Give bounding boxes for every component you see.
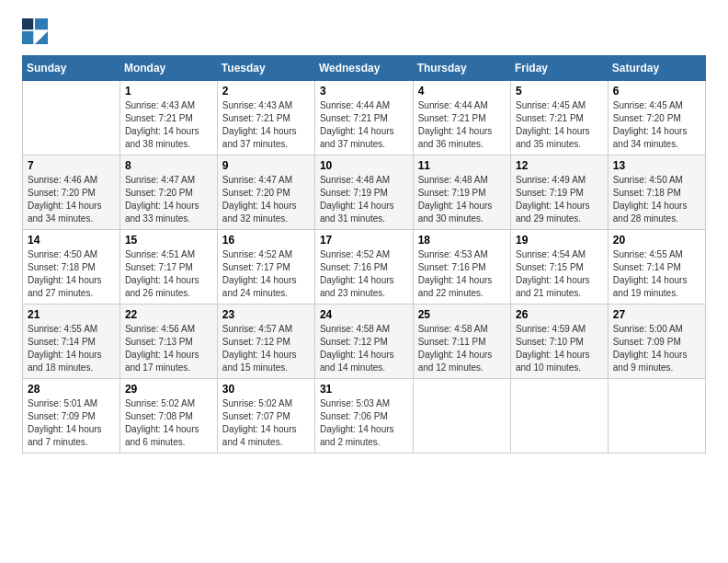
calendar-cell: 12Sunrise: 4:49 AMSunset: 7:19 PMDayligh… bbox=[510, 155, 608, 230]
sunrise-text: Sunrise: 5:00 AM bbox=[613, 324, 683, 334]
day-info: Sunrise: 4:56 AMSunset: 7:13 PMDaylight:… bbox=[125, 323, 212, 374]
day-number: 4 bbox=[418, 85, 506, 98]
calendar-body: 1Sunrise: 4:43 AMSunset: 7:21 PMDaylight… bbox=[23, 81, 706, 454]
sunrise-text: Sunrise: 4:44 AM bbox=[418, 100, 488, 110]
calendar-cell: 14Sunrise: 4:50 AMSunset: 7:18 PMDayligh… bbox=[23, 230, 120, 304]
calendar-cell: 18Sunrise: 4:53 AMSunset: 7:16 PMDayligh… bbox=[413, 230, 510, 304]
page-header bbox=[22, 18, 706, 44]
sunset-text: Sunset: 7:15 PM bbox=[516, 262, 584, 272]
sunset-text: Sunset: 7:19 PM bbox=[320, 188, 388, 198]
weekday-saturday: Saturday bbox=[608, 56, 705, 81]
daylight-text: Daylight: 14 hours and 18 minutes. bbox=[28, 350, 102, 373]
daylight-text: Daylight: 14 hours and 7 minutes. bbox=[28, 424, 102, 447]
day-number: 1 bbox=[125, 85, 212, 98]
sunrise-text: Sunrise: 4:53 AM bbox=[418, 249, 488, 259]
calendar-cell: 24Sunrise: 4:58 AMSunset: 7:12 PMDayligh… bbox=[314, 304, 413, 379]
sunrise-text: Sunrise: 4:59 AM bbox=[516, 324, 586, 334]
day-info: Sunrise: 4:57 AMSunset: 7:12 PMDaylight:… bbox=[222, 323, 310, 374]
day-info: Sunrise: 4:54 AMSunset: 7:15 PMDaylight:… bbox=[516, 248, 603, 300]
day-info: Sunrise: 4:44 AMSunset: 7:21 PMDaylight:… bbox=[320, 99, 408, 151]
daylight-text: Daylight: 14 hours and 24 minutes. bbox=[222, 275, 297, 298]
sunset-text: Sunset: 7:16 PM bbox=[418, 262, 486, 272]
sunset-text: Sunset: 7:20 PM bbox=[28, 188, 96, 198]
sunset-text: Sunset: 7:06 PM bbox=[320, 411, 388, 421]
sunrise-text: Sunrise: 4:55 AM bbox=[28, 324, 97, 334]
day-number: 6 bbox=[613, 85, 700, 98]
sunset-text: Sunset: 7:18 PM bbox=[28, 262, 96, 272]
day-number: 19 bbox=[516, 234, 603, 247]
day-info: Sunrise: 4:52 AMSunset: 7:17 PMDaylight:… bbox=[222, 248, 310, 300]
daylight-text: Daylight: 14 hours and 19 minutes. bbox=[613, 275, 688, 298]
calendar-cell: 27Sunrise: 5:00 AMSunset: 7:09 PMDayligh… bbox=[608, 304, 705, 379]
svg-marker-3 bbox=[35, 31, 48, 44]
sunrise-text: Sunrise: 4:47 AM bbox=[125, 175, 195, 185]
daylight-text: Daylight: 14 hours and 12 minutes. bbox=[418, 350, 493, 373]
sunset-text: Sunset: 7:21 PM bbox=[125, 113, 193, 123]
day-number: 13 bbox=[613, 159, 700, 172]
calendar-cell bbox=[23, 81, 120, 155]
day-number: 22 bbox=[125, 308, 212, 321]
sunrise-text: Sunrise: 4:43 AM bbox=[125, 100, 195, 110]
calendar-cell: 21Sunrise: 4:55 AMSunset: 7:14 PMDayligh… bbox=[23, 304, 120, 379]
day-number: 30 bbox=[222, 383, 310, 396]
sunrise-text: Sunrise: 4:50 AM bbox=[28, 249, 97, 259]
sunrise-text: Sunrise: 4:47 AM bbox=[222, 175, 292, 185]
daylight-text: Daylight: 14 hours and 36 minutes. bbox=[418, 126, 493, 149]
weekday-thursday: Thursday bbox=[413, 56, 510, 81]
sunset-text: Sunset: 7:12 PM bbox=[222, 337, 290, 347]
calendar-cell: 4Sunrise: 4:44 AMSunset: 7:21 PMDaylight… bbox=[413, 81, 510, 155]
day-number: 24 bbox=[320, 308, 408, 321]
daylight-text: Daylight: 14 hours and 38 minutes. bbox=[125, 126, 199, 149]
day-number: 31 bbox=[320, 383, 408, 396]
calendar-cell bbox=[608, 379, 705, 454]
sunrise-text: Sunrise: 4:52 AM bbox=[320, 249, 390, 259]
sunset-text: Sunset: 7:12 PM bbox=[320, 337, 388, 347]
svg-rect-0 bbox=[22, 18, 33, 29]
day-number: 10 bbox=[320, 159, 408, 172]
day-info: Sunrise: 4:46 AMSunset: 7:20 PMDaylight:… bbox=[28, 174, 115, 225]
day-number: 2 bbox=[222, 85, 310, 98]
daylight-text: Daylight: 14 hours and 33 minutes. bbox=[125, 201, 199, 224]
day-number: 16 bbox=[222, 234, 310, 247]
day-info: Sunrise: 5:03 AMSunset: 7:06 PMDaylight:… bbox=[320, 397, 408, 449]
sunrise-text: Sunrise: 5:03 AM bbox=[320, 398, 390, 408]
day-info: Sunrise: 5:01 AMSunset: 7:09 PMDaylight:… bbox=[28, 397, 115, 449]
day-number: 9 bbox=[222, 159, 310, 172]
sunset-text: Sunset: 7:08 PM bbox=[125, 411, 193, 421]
day-info: Sunrise: 4:43 AMSunset: 7:21 PMDaylight:… bbox=[125, 99, 212, 151]
day-number: 17 bbox=[320, 234, 408, 247]
calendar-cell: 19Sunrise: 4:54 AMSunset: 7:15 PMDayligh… bbox=[510, 230, 608, 304]
calendar-week-row: 28Sunrise: 5:01 AMSunset: 7:09 PMDayligh… bbox=[23, 379, 706, 454]
day-number: 21 bbox=[28, 308, 115, 321]
weekday-sunday: Sunday bbox=[23, 56, 120, 81]
calendar-cell: 23Sunrise: 4:57 AMSunset: 7:12 PMDayligh… bbox=[217, 304, 314, 379]
day-number: 7 bbox=[28, 159, 115, 172]
sunset-text: Sunset: 7:21 PM bbox=[418, 113, 486, 123]
daylight-text: Daylight: 14 hours and 22 minutes. bbox=[418, 275, 493, 298]
daylight-text: Daylight: 14 hours and 35 minutes. bbox=[516, 126, 590, 149]
day-info: Sunrise: 5:02 AMSunset: 7:08 PMDaylight:… bbox=[125, 397, 212, 449]
sunrise-text: Sunrise: 4:50 AM bbox=[613, 175, 683, 185]
day-info: Sunrise: 4:47 AMSunset: 7:20 PMDaylight:… bbox=[222, 174, 310, 225]
sunset-text: Sunset: 7:21 PM bbox=[222, 113, 290, 123]
svg-rect-1 bbox=[35, 18, 48, 29]
calendar-cell: 10Sunrise: 4:48 AMSunset: 7:19 PMDayligh… bbox=[314, 155, 413, 230]
sunrise-text: Sunrise: 4:45 AM bbox=[516, 100, 586, 110]
logo bbox=[22, 18, 51, 44]
calendar-cell: 1Sunrise: 4:43 AMSunset: 7:21 PMDaylight… bbox=[119, 81, 217, 155]
sunset-text: Sunset: 7:10 PM bbox=[516, 337, 584, 347]
sunset-text: Sunset: 7:17 PM bbox=[125, 262, 193, 272]
sunset-text: Sunset: 7:11 PM bbox=[418, 337, 486, 347]
daylight-text: Daylight: 14 hours and 37 minutes. bbox=[320, 126, 394, 149]
day-number: 28 bbox=[28, 383, 115, 396]
sunrise-text: Sunrise: 4:48 AM bbox=[320, 175, 390, 185]
daylight-text: Daylight: 14 hours and 21 minutes. bbox=[516, 275, 590, 298]
sunset-text: Sunset: 7:17 PM bbox=[222, 262, 290, 272]
day-info: Sunrise: 4:50 AMSunset: 7:18 PMDaylight:… bbox=[613, 174, 700, 225]
daylight-text: Daylight: 14 hours and 2 minutes. bbox=[320, 424, 394, 447]
day-number: 26 bbox=[516, 308, 603, 321]
sunrise-text: Sunrise: 4:58 AM bbox=[418, 324, 488, 334]
day-info: Sunrise: 5:00 AMSunset: 7:09 PMDaylight:… bbox=[613, 323, 700, 374]
daylight-text: Daylight: 14 hours and 34 minutes. bbox=[28, 201, 102, 224]
daylight-text: Daylight: 14 hours and 30 minutes. bbox=[418, 201, 493, 224]
